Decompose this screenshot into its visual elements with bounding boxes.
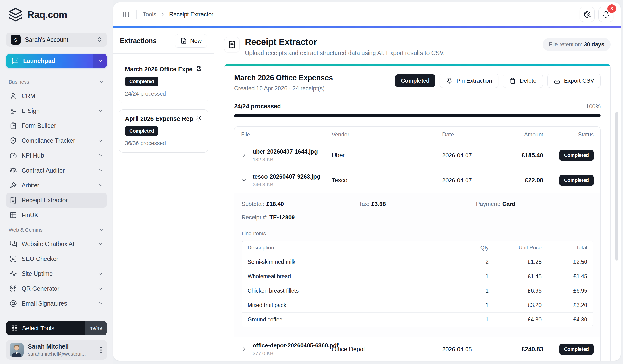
chevron-right-icon[interactable] [241,152,247,159]
breadcrumb-tools[interactable]: Tools [143,11,156,18]
sidebar-item-form-builder[interactable]: Form Builder [6,118,107,133]
delete-button[interactable]: Delete [503,74,543,88]
select-tools-button[interactable]: Select Tools 49/49 [6,321,107,335]
receipt-icon [228,41,236,48]
sidebar-item-compliance-tracker[interactable]: Compliance Tracker [6,133,107,148]
account-name: Sarah's Account [25,36,92,43]
retention-label: File retention: [549,41,582,48]
sidebar-item-website-chatbox-ai[interactable]: Website Chatbox AI [6,236,107,251]
item-qty: 2 [460,259,489,265]
sidebar-item-site-uptime[interactable]: Site Uptime [6,266,107,281]
receipt-icon [10,196,17,204]
sidebar-item-qr-generator[interactable]: QR Generator [6,281,107,296]
vendor: Office Depot [332,346,442,353]
account-switcher[interactable]: s Sarah's Account [6,33,107,47]
sidebar-section-web-comms[interactable]: Web & Comms [6,226,107,234]
sidebar-item-seo-checker[interactable]: SEO Checker [6,251,107,266]
chat-bubble-icon [12,57,19,64]
item-unit-price: £6.95 [489,288,541,294]
sidebar-item-label: Form Builder [22,122,104,129]
extraction-card-april[interactable]: April 2026 Expense Rep... Completed 36/3… [119,109,208,152]
receipt-detail: Subtotal:£18.40 Tax:£3.68 Payment:Card R… [234,193,601,337]
extractions-title: Extractions [120,37,157,45]
col-file: File [241,131,332,138]
sidebar-item-contract-auditor[interactable]: Contract Auditor [6,163,107,178]
sidebar-item-email-signatures[interactable]: Email Signatures [6,296,107,311]
gavel-icon [10,182,17,189]
col-description: Description [247,245,460,251]
sidebar-toggle-button[interactable] [120,9,132,20]
pin-extraction-button[interactable]: Pin Extraction [440,74,498,88]
clipboard-list-icon [10,122,17,129]
progress-bar [234,114,601,117]
chevron-down-icon [99,79,105,85]
table-row[interactable]: uber-20260407-1644.jpg 182.3 KB Uber 202… [234,143,601,168]
sidebar-item-e-sign[interactable]: E-Sign [6,103,107,118]
status-badge: Completed [559,150,594,161]
item-total: £2.50 [541,259,587,265]
sidebar-item-label: Website Chatbox AI [22,240,93,247]
sidebar-item-crm[interactable]: CRM [6,88,107,103]
bell-icon [602,11,610,18]
col-vendor: Vendor [332,131,442,138]
file-retention-badge: File retention: 30 days [543,38,610,51]
breadcrumb-current: Receipt Extractor [169,11,213,18]
chevron-right-icon[interactable] [241,346,247,352]
export-csv-button[interactable]: Export CSV [547,74,601,88]
main-panel: Tools Receipt Extractor 3 Extractions [113,2,621,361]
tools-count-badge: 49/49 [85,321,107,335]
pin-extraction-label: Pin Extraction [456,77,492,84]
app-root: Raq.com s Sarah's Account Launchpad Busi… [0,0,623,364]
sidebar-item-arbiter[interactable]: Arbiter [6,178,107,193]
kebab-menu-icon[interactable] [99,345,104,355]
sidebar-item-label: SEO Checker [22,256,104,262]
col-total: Total [541,245,587,251]
layout-grid-icon [11,325,18,332]
delete-label: Delete [520,77,536,84]
line-item-row: Semi-skimmed milk 2 £1.25 £2.50 [242,255,593,269]
package-search-button[interactable] [580,7,595,22]
chevron-down-icon [98,138,104,143]
sidebar-item-finuk[interactable]: FinUK [6,208,107,222]
chevron-right-icon [160,12,165,17]
chevron-down-icon[interactable] [241,177,247,184]
sidebar-item-label: Site Uptime [22,270,93,277]
section-business-label: Business [9,79,29,85]
extraction-meta: Created 10 Apr 2026 · 24 receipt(s) [234,85,333,92]
package-search-icon [584,11,591,18]
item-description: Chicken breast fillets [247,288,460,294]
status-badge: Completed [559,175,594,186]
brand[interactable]: Raq.com [6,7,107,22]
new-extraction-button[interactable]: New [175,34,207,48]
sidebar-item-receipt-extractor[interactable]: Receipt Extractor [6,193,107,208]
line-item-row: Wholemeal bread 1 £1.45 £1.45 [242,269,593,283]
file-name: uber-20260407-1644.jpg [253,148,318,155]
sidebar-section-business[interactable]: Business [6,78,107,86]
notifications-button[interactable]: 3 [599,7,613,22]
select-tools-label: Select Tools [22,325,54,332]
status-badge: Completed [559,344,594,355]
chevron-down-icon [98,300,104,306]
scrollbar-thumb[interactable] [615,112,619,261]
extraction-detail-card: March 2026 Office Expenses Created 10 Ap… [224,64,610,361]
table-row[interactable]: office-depot-20260405-6360.pdf 377.0 KB … [234,337,601,361]
extraction-card-march[interactable]: March 2026 Office Expe... Completed 24/2… [119,60,208,103]
pin-icon[interactable] [195,115,202,122]
status-badge: Completed [125,126,158,136]
extractions-panel: Extractions New March 2026 Office Expe..… [113,28,214,361]
item-description: Ground coffee [247,316,460,323]
launchpad-dropdown-toggle[interactable] [93,54,107,68]
line-item-row: Ground coffee 1 £4.30 £4.30 [242,312,593,327]
qr-code-icon [10,285,17,292]
sidebar-item-kpi-hub[interactable]: KPI Hub [6,148,107,163]
user-menu[interactable]: Sarah Mitchell sarah.mitchell@westbur... [6,340,107,360]
pin-icon[interactable] [195,66,202,73]
chevron-down-icon [98,271,104,277]
item-unit-price: £1.25 [489,259,541,265]
table-row-expanded[interactable]: tesco-20260407-9263.jpg 246.3 KB Tesco 2… [234,168,601,193]
user-icon [10,92,17,100]
launchpad-button[interactable]: Launchpad [6,54,107,68]
col-status: Status [543,131,594,138]
new-extraction-label: New [190,38,202,44]
chevrons-up-down-icon [96,37,103,43]
